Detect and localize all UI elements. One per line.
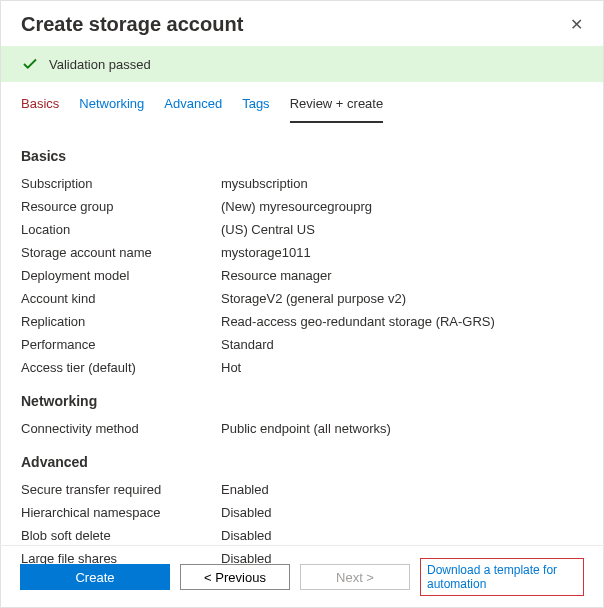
value: mysubscription — [221, 176, 308, 191]
tab-tags[interactable]: Tags — [242, 96, 269, 123]
value: (US) Central US — [221, 222, 315, 237]
label: Hierarchical namespace — [21, 505, 221, 520]
label: Performance — [21, 337, 221, 352]
row-secure-transfer: Secure transfer requiredEnabled — [21, 478, 583, 501]
label: Location — [21, 222, 221, 237]
value: mystorage1011 — [221, 245, 311, 260]
tab-bar: Basics Networking Advanced Tags Review +… — [1, 82, 603, 124]
label: Account kind — [21, 291, 221, 306]
download-template-link[interactable]: Download a template for automation — [420, 558, 584, 596]
panel-header: Create storage account ✕ — [1, 1, 603, 46]
label: Replication — [21, 314, 221, 329]
value: Standard — [221, 337, 274, 352]
section-title-advanced: Advanced — [21, 454, 583, 470]
row-access-tier: Access tier (default)Hot — [21, 356, 583, 379]
tab-basics[interactable]: Basics — [21, 96, 59, 123]
label: Connectivity method — [21, 421, 221, 436]
label: Resource group — [21, 199, 221, 214]
row-location: Location(US) Central US — [21, 218, 583, 241]
row-performance: PerformanceStandard — [21, 333, 583, 356]
value: Public endpoint (all networks) — [221, 421, 391, 436]
value: Enabled — [221, 482, 269, 497]
page-title: Create storage account — [21, 13, 243, 36]
label: Secure transfer required — [21, 482, 221, 497]
value: Hot — [221, 360, 241, 375]
review-content: Basics Subscriptionmysubscription Resour… — [1, 124, 603, 570]
close-icon[interactable]: ✕ — [570, 17, 583, 33]
label: Blob soft delete — [21, 528, 221, 543]
checkmark-icon — [21, 55, 39, 73]
label: Deployment model — [21, 268, 221, 283]
validation-banner: Validation passed — [1, 46, 603, 82]
row-replication: ReplicationRead-access geo-redundant sto… — [21, 310, 583, 333]
section-title-basics: Basics — [21, 148, 583, 164]
value: (New) myresourcegrouprg — [221, 199, 372, 214]
row-subscription: Subscriptionmysubscription — [21, 172, 583, 195]
footer-bar: Create < Previous Next > Download a temp… — [0, 545, 604, 608]
row-deployment-model: Deployment modelResource manager — [21, 264, 583, 287]
tab-networking[interactable]: Networking — [79, 96, 144, 123]
tab-advanced[interactable]: Advanced — [164, 96, 222, 123]
row-storage-name: Storage account namemystorage1011 — [21, 241, 583, 264]
value: StorageV2 (general purpose v2) — [221, 291, 406, 306]
section-title-networking: Networking — [21, 393, 583, 409]
previous-button[interactable]: < Previous — [180, 564, 290, 590]
value: Disabled — [221, 528, 272, 543]
value: Disabled — [221, 505, 272, 520]
row-account-kind: Account kindStorageV2 (general purpose v… — [21, 287, 583, 310]
row-connectivity: Connectivity methodPublic endpoint (all … — [21, 417, 583, 440]
label: Access tier (default) — [21, 360, 221, 375]
value: Resource manager — [221, 268, 332, 283]
row-hierarchical-namespace: Hierarchical namespaceDisabled — [21, 501, 583, 524]
row-resource-group: Resource group(New) myresourcegrouprg — [21, 195, 583, 218]
row-blob-soft-delete: Blob soft deleteDisabled — [21, 524, 583, 547]
label: Storage account name — [21, 245, 221, 260]
validation-message: Validation passed — [49, 57, 151, 72]
value: Read-access geo-redundant storage (RA-GR… — [221, 314, 495, 329]
create-button[interactable]: Create — [20, 564, 170, 590]
next-button: Next > — [300, 564, 410, 590]
label: Subscription — [21, 176, 221, 191]
tab-review-create[interactable]: Review + create — [290, 96, 384, 123]
